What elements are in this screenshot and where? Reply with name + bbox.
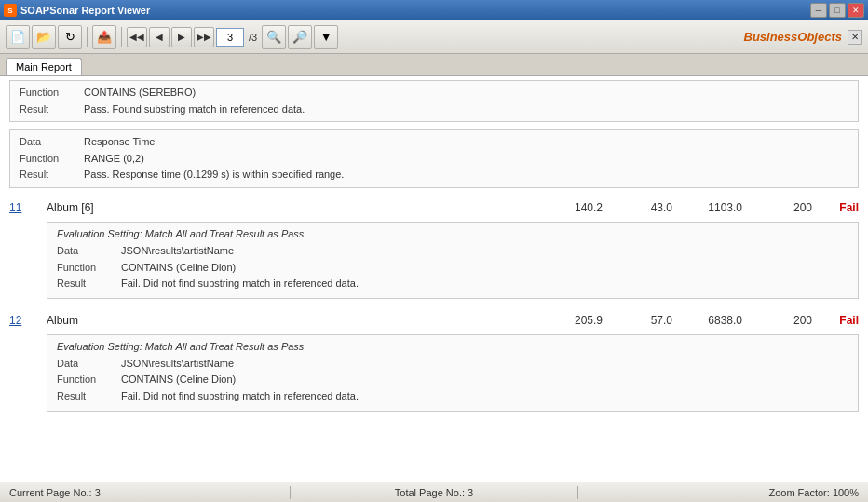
nav-prev-button[interactable]: ◀ [149,27,170,47]
top-result-row: Result Pass. Found substring match in re… [20,102,848,118]
status-fail-11: Fail [821,201,859,214]
eval-data-label-11: Data [57,243,117,260]
top-result-label: Result [20,102,80,118]
panel-close-button[interactable]: ✕ [848,30,862,45]
nav-next-button[interactable]: ▶ [171,27,192,47]
eval-data-value-12: JSON\results\artistName [121,356,234,373]
close-button[interactable]: ✕ [848,3,864,18]
test-name-11: Album [6] [47,201,551,214]
eval-result-label-11: Result [57,276,117,292]
current-page-status: Current Page No.: 3 [9,487,282,498]
metric1-11: 140.2 [551,201,603,214]
rt-data-value: Response Time [84,134,155,151]
eval-data-row-11: Data JSON\results\artistName [57,243,848,260]
rt-result-row: Result Pass. Response time (0.1299 s) is… [20,167,848,183]
title-bar-controls[interactable]: ─ □ ✕ [810,3,864,18]
metric1-12: 205.9 [551,314,603,327]
test-row-12: 12 Album 205.9 57.0 6838.0 200 Fail [9,308,859,331]
status-fail-12: Fail [821,314,859,327]
minimize-button[interactable]: ─ [810,3,827,18]
top-partial-section: Function CONTAINS (SEREBRO) Result Pass.… [9,80,859,122]
top-func-value: CONTAINS (SEREBRO) [84,85,196,102]
content-area: Function CONTAINS (SEREBRO) Result Pass.… [0,76,868,482]
eval-result-row-12: Result Fail. Did not find substring matc… [57,388,848,405]
response-time-section: Data Response Time Function RANGE (0,2) … [9,129,859,188]
page-number-input[interactable] [216,28,244,47]
eval-result-row-11: Result Fail. Did not find substring matc… [57,276,848,292]
title-bar-left: S SOAPSonar Report Viewer [4,4,150,17]
eval-result-value-12: Fail. Did not find substring match in re… [121,388,359,405]
eval-data-value-11: JSON\results\artistName [121,243,234,260]
maximize-button[interactable]: □ [829,3,846,18]
rt-func-label: Function [20,151,80,168]
window-title: SOAPSonar Report Viewer [20,5,150,16]
rt-data-label: Data [20,134,80,151]
zoom-status: Zoom Factor: 100% [586,487,859,498]
eval-title-12: Evaluation Setting: Match All and Treat … [57,341,848,352]
test-num-12[interactable]: 12 [9,314,47,327]
refresh-button[interactable]: ↻ [58,25,82,49]
toolbar-sep-1 [87,27,88,47]
eval-result-label-12: Result [57,388,117,405]
toolbar-sep-2 [121,27,122,47]
tab-row: Main Report [0,54,868,76]
toolbar: 📄 📂 ↻ 📤 ◀◀ ◀ ▶ ▶▶ /3 🔍 🔎 ▼ BusinessObjec… [0,20,868,54]
page-total: /3 [246,32,260,43]
eval-func-label-12: Function [57,372,117,388]
open-button[interactable]: 📂 [32,25,56,49]
rt-result-value: Pass. Response time (0.1299 s) is within… [84,167,344,183]
eval-func-row-12: Function CONTAINS (Celine Dion) [57,372,848,388]
nav-last-button[interactable]: ▶▶ [194,27,214,47]
export-button[interactable]: 📤 [92,25,116,49]
nav-first-button[interactable]: ◀◀ [127,27,147,47]
test-row-11: 11 Album [6] 140.2 43.0 1103.0 200 Fail [9,196,859,218]
eval-box-12: Evaluation Setting: Match All and Treat … [47,334,859,412]
test-name-12: Album [47,314,551,327]
metric3-12: 6838.0 [691,314,742,327]
rt-result-label: Result [20,167,80,183]
eval-data-row-12: Data JSON\results\artistName [57,356,848,373]
status-bar: Current Page No.: 3 Total Page No.: 3 Zo… [0,482,868,502]
search-button[interactable]: 🔍 [262,25,286,49]
eval-box-11: Evaluation Setting: Match All and Treat … [47,222,859,299]
rt-func-row: Function RANGE (0,2) [20,151,848,168]
eval-func-row-11: Function CONTAINS (Celine Dion) [57,260,848,277]
top-result-value: Pass. Found substring match in reference… [84,102,305,118]
metric2-12: 57.0 [621,314,672,327]
eval-func-label-11: Function [57,260,117,277]
eval-result-value-11: Fail. Did not find substring match in re… [121,276,359,292]
rt-func-value: RANGE (0,2) [84,151,144,168]
top-func-label: Function [20,85,80,102]
total-page-status: Total Page No.: 3 [298,487,571,498]
test-num-11[interactable]: 11 [9,201,47,214]
eval-func-value-12: CONTAINS (Celine Dion) [121,372,236,388]
test-metrics-12: 205.9 57.0 6838.0 200 [551,314,812,327]
status-sep-2 [577,486,578,499]
business-objects-logo: BusinessObjects [744,30,843,44]
status-sep-1 [290,486,291,499]
top-func-row: Function CONTAINS (SEREBRO) [20,85,848,102]
metric4-12: 200 [761,314,812,327]
metric4-11: 200 [761,201,812,214]
rt-data-row: Data Response Time [20,134,848,151]
eval-data-label-12: Data [57,356,117,373]
zoom-menu-button[interactable]: ▼ [314,25,338,49]
eval-func-value-11: CONTAINS (Celine Dion) [121,260,236,277]
metric3-11: 1103.0 [691,201,742,214]
test-metrics-11: 140.2 43.0 1103.0 200 [551,201,812,214]
new-button[interactable]: 📄 [6,25,30,49]
metric2-11: 43.0 [621,201,672,214]
main-report-tab[interactable]: Main Report [6,58,82,75]
title-bar: S SOAPSonar Report Viewer ─ □ ✕ [0,0,868,20]
app-icon: S [4,4,17,17]
zoom-button[interactable]: 🔎 [288,25,312,49]
report-scroll[interactable]: Function CONTAINS (SEREBRO) Result Pass.… [0,76,868,482]
eval-title-11: Evaluation Setting: Match All and Treat … [57,228,848,239]
